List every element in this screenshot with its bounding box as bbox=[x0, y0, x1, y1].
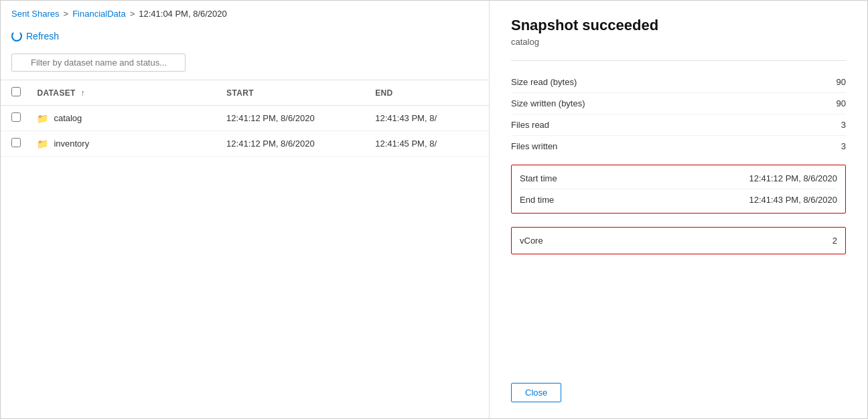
right-panel: Snapshot succeeded catalog Size read (by… bbox=[490, 1, 867, 418]
refresh-label: Refresh bbox=[26, 31, 59, 41]
vcore-row: vCore 2 bbox=[520, 230, 837, 251]
end-time-label: End time bbox=[520, 195, 554, 205]
stat-value: 90 bbox=[837, 77, 846, 87]
filter-wrapper: 🔍 bbox=[11, 54, 186, 72]
row-dataset-name: inventory bbox=[54, 139, 89, 149]
stat-label: Size written (bytes) bbox=[511, 98, 585, 108]
stat-row: Files written 3 bbox=[511, 136, 846, 157]
col-header-dataset[interactable]: DATASET ↑ bbox=[29, 80, 218, 106]
table-body: 📁catalog12:41:12 PM, 8/6/202012:41:43 PM… bbox=[1, 106, 489, 157]
filter-bar: 🔍 bbox=[1, 51, 489, 80]
close-btn-area: Close bbox=[511, 367, 846, 402]
table-row: 📁inventory12:41:12 PM, 8/6/202012:41:45 … bbox=[1, 131, 489, 157]
folder-icon: 📁 bbox=[37, 139, 48, 149]
end-time-row: End time 12:41:43 PM, 8/6/2020 bbox=[520, 189, 837, 210]
row-start-cell: 12:41:12 PM, 8/6/2020 bbox=[218, 131, 367, 157]
col-start-label: START bbox=[226, 88, 254, 98]
refresh-bar: Refresh bbox=[1, 25, 489, 51]
panel-title: Snapshot succeeded bbox=[511, 17, 846, 34]
table-container: DATASET ↑ START END 📁catalog12:41:12 PM,… bbox=[1, 80, 489, 418]
breadcrumb-current: 12:41:04 PM, 8/6/2020 bbox=[139, 9, 227, 19]
row-checkbox-cell bbox=[1, 131, 29, 157]
row-checkbox[interactable] bbox=[11, 138, 21, 147]
stat-value: 90 bbox=[837, 98, 846, 108]
stat-row: Files read 3 bbox=[511, 114, 846, 136]
vcore-value: 2 bbox=[833, 236, 837, 246]
start-time-row: Start time 12:41:12 PM, 8/6/2020 bbox=[520, 168, 837, 189]
breadcrumb-sep-2: > bbox=[130, 9, 135, 19]
stats-container: Size read (bytes) 90 Size written (bytes… bbox=[511, 72, 846, 157]
row-dataset-cell: 📁inventory bbox=[29, 131, 218, 157]
stat-value: 3 bbox=[841, 141, 846, 151]
stat-row: Size read (bytes) 90 bbox=[511, 72, 846, 93]
time-section: Start time 12:41:12 PM, 8/6/2020 End tim… bbox=[511, 165, 846, 214]
start-time-value: 12:41:12 PM, 8/6/2020 bbox=[749, 173, 837, 183]
panel-divider bbox=[511, 60, 846, 61]
vcore-label: vCore bbox=[520, 236, 543, 246]
row-checkbox[interactable] bbox=[11, 112, 21, 122]
table-header-row: DATASET ↑ START END bbox=[1, 80, 489, 106]
breadcrumb-financial-data[interactable]: FinancialData bbox=[72, 9, 126, 19]
sort-arrow-icon: ↑ bbox=[81, 88, 85, 98]
close-button[interactable]: Close bbox=[511, 383, 561, 402]
panel-subtitle: catalog bbox=[511, 37, 846, 47]
dataset-table: DATASET ↑ START END 📁catalog12:41:12 PM,… bbox=[1, 80, 489, 157]
start-time-label: Start time bbox=[520, 173, 557, 183]
col-header-checkbox bbox=[1, 80, 29, 106]
left-panel: Sent Shares > FinancialData > 12:41:04 P… bbox=[1, 1, 490, 418]
row-dataset-name: catalog bbox=[54, 113, 82, 123]
end-time-value: 12:41:43 PM, 8/6/2020 bbox=[749, 195, 837, 205]
refresh-button[interactable]: Refresh bbox=[11, 28, 59, 44]
stat-row: Size written (bytes) 90 bbox=[511, 93, 846, 114]
stat-label: Files written bbox=[511, 141, 557, 151]
col-header-end[interactable]: END bbox=[367, 80, 489, 106]
row-end-cell: 12:41:43 PM, 8/ bbox=[367, 106, 489, 131]
row-dataset-cell: 📁catalog bbox=[29, 106, 218, 131]
col-dataset-label: DATASET bbox=[37, 88, 75, 98]
breadcrumb-sent-shares[interactable]: Sent Shares bbox=[11, 9, 60, 19]
stat-label: Files read bbox=[511, 120, 549, 130]
breadcrumb: Sent Shares > FinancialData > 12:41:04 P… bbox=[1, 9, 489, 25]
table-row: 📁catalog12:41:12 PM, 8/6/202012:41:43 PM… bbox=[1, 106, 489, 131]
stat-value: 3 bbox=[841, 120, 846, 130]
row-checkbox-cell bbox=[1, 106, 29, 131]
row-end-cell: 12:41:45 PM, 8/ bbox=[367, 131, 489, 157]
vcore-section: vCore 2 bbox=[511, 227, 846, 254]
col-header-start[interactable]: START bbox=[218, 80, 367, 106]
main-layout: Sent Shares > FinancialData > 12:41:04 P… bbox=[1, 1, 867, 418]
folder-icon: 📁 bbox=[37, 113, 48, 124]
refresh-icon bbox=[11, 31, 22, 41]
select-all-checkbox[interactable] bbox=[11, 87, 21, 96]
breadcrumb-sep-1: > bbox=[64, 9, 69, 19]
row-start-cell: 12:41:12 PM, 8/6/2020 bbox=[218, 106, 367, 131]
filter-input[interactable] bbox=[11, 54, 186, 72]
stat-label: Size read (bytes) bbox=[511, 77, 577, 87]
col-end-label: END bbox=[375, 88, 392, 98]
